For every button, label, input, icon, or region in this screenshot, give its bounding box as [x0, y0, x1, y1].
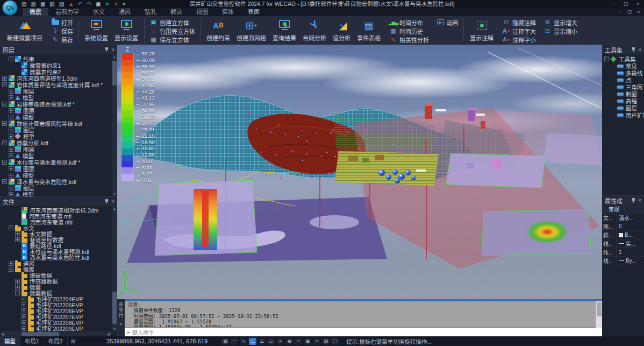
- layer-tree-item[interactable]: +模型: [0, 114, 112, 120]
- console-log[interactable]: 注意: 微震事件数量: 1328 时间范围: 2025-07-01 06:57:…: [125, 301, 602, 327]
- layer-tree-item[interactable]: −涌水量与突水危险性.kdf: [0, 178, 112, 185]
- layout-tab-0[interactable]: 模型: [0, 336, 20, 346]
- expander-icon[interactable]: +: [22, 320, 26, 325]
- expander-icon[interactable]: −: [9, 57, 13, 61]
- doc-minimize-button[interactable]: –: [616, 8, 625, 16]
- file-tree-item[interactable]: −微震数据: [0, 290, 112, 296]
- save-icon[interactable]: ▦: [40, 0, 45, 8]
- file-tree-item[interactable]: +毛坪矿202204EVP: [0, 296, 112, 302]
- event-table-button[interactable]: ▦事件表格: [354, 17, 384, 44]
- expander-icon[interactable]: +: [9, 173, 13, 178]
- property-row[interactable]: 线...1: [602, 248, 644, 257]
- file-tree-item[interactable]: +毛坪矿202206EVP: [0, 308, 112, 314]
- display-enlarge-button[interactable]: ⊞显示增大: [543, 18, 577, 26]
- pin-icon[interactable]: [632, 198, 635, 203]
- scroll-up-icon[interactable]: ▲: [112, 54, 117, 60]
- layer-tree-item[interactable]: +模型: [0, 152, 112, 159]
- transparency-toggle-icon[interactable]: ▨: [322, 338, 330, 345]
- command-input[interactable]: ▸ 键入命令: [125, 327, 602, 336]
- file-tree-item[interactable]: +通风: [0, 260, 112, 266]
- expander-icon[interactable]: +: [22, 326, 26, 331]
- expander-icon[interactable]: +: [9, 186, 13, 190]
- ribbon-tab-3[interactable]: 通风: [112, 8, 138, 16]
- console-scrollbar[interactable]: [596, 301, 602, 328]
- file-tree-item[interactable]: +毛坪矿202207EVP: [0, 314, 112, 320]
- toolbox-tree-item[interactable]: −工具集: [602, 55, 644, 62]
- dynamic-input-toggle-icon[interactable]: ▣: [304, 338, 311, 345]
- layer-tree-item[interactable]: 微震表约束2: [0, 68, 112, 75]
- ribbon-tab-2[interactable]: 水文: [86, 8, 112, 16]
- expander-icon[interactable]: +: [22, 302, 26, 307]
- property-row[interactable]: 颜...B...: [602, 231, 644, 239]
- expander-icon[interactable]: −: [15, 291, 20, 295]
- brand-a-icon[interactable]: ▲: [68, 0, 74, 8]
- show-annotation-button[interactable]: 显示注释: [467, 17, 497, 44]
- redo-icon[interactable]: ↷: [87, 0, 91, 8]
- console-close-icon[interactable]: ×: [119, 321, 122, 327]
- close-icon[interactable]: ×: [638, 45, 641, 54]
- display-settings-button[interactable]: 显示设置: [111, 17, 141, 44]
- file-tree-item[interactable]: +微震: [0, 284, 112, 290]
- ortho-toggle-icon[interactable]: ∟: [249, 338, 256, 345]
- expander-icon[interactable]: +: [9, 108, 13, 113]
- toolbox-tree-item[interactable]: 多段线: [602, 69, 644, 76]
- new-microseismic-project-button[interactable]: 新建微震项目: [4, 17, 46, 44]
- toolbox-tree-item[interactable]: 高程: [602, 97, 644, 104]
- osnap-toggle-icon[interactable]: ⌖: [276, 338, 284, 345]
- expander-icon[interactable]: +: [22, 296, 26, 301]
- ribbon-tab-4[interactable]: 钻孔: [138, 8, 163, 16]
- close-icon[interactable]: ×: [111, 197, 115, 206]
- ribbon-tab-1[interactable]: 岩石力学: [48, 8, 86, 16]
- annotation-font-larger-button[interactable]: A注释字大: [502, 27, 536, 35]
- lineweight-toggle-icon[interactable]: ≡: [313, 338, 320, 345]
- ribbon-tab-0[interactable]: 微震: [23, 8, 48, 16]
- expander-icon[interactable]: +: [9, 128, 13, 132]
- toolbar-more-icon[interactable]: ▾: [123, 0, 125, 8]
- app-logo[interactable]: Qx: [3, 1, 17, 15]
- toolbox-tree-item[interactable]: 图层: [602, 104, 644, 111]
- property-row[interactable]: 线...By...: [602, 257, 644, 265]
- ribbon-tab-8[interactable]: 表面: [241, 8, 267, 16]
- file-tree-item[interactable]: 河西河东巷道.mtl: [0, 213, 112, 219]
- layer-tree-item[interactable]: +图层: [0, 185, 112, 191]
- system-settings-button[interactable]: 系统设置: [81, 17, 111, 44]
- doc-close-button[interactable]: ×: [634, 8, 643, 16]
- expander-icon[interactable]: +: [15, 237, 20, 242]
- isometric-toggle-icon[interactable]: ▭: [267, 338, 275, 345]
- file-tree-item[interactable]: 河西河东巷道.obj: [0, 219, 112, 225]
- property-row[interactable]: 图...0: [602, 222, 644, 231]
- polar-toggle-icon[interactable]: ∠: [258, 338, 266, 345]
- layer-tree-item[interactable]: +图层: [0, 88, 112, 94]
- hide-annotation-button[interactable]: ∅隐藏注释: [502, 18, 536, 26]
- expander-icon[interactable]: −: [2, 140, 7, 145]
- osnap-3d-toggle-icon[interactable]: ◉: [285, 338, 293, 345]
- time-history-button[interactable]: ▦时间历史: [389, 27, 429, 35]
- collapse-icon[interactable]: −: [602, 207, 609, 211]
- expander-icon[interactable]: +: [9, 95, 13, 100]
- layer-tree-item[interactable]: +图层: [0, 126, 112, 133]
- expander-icon[interactable]: +: [9, 89, 13, 94]
- doc-restore-button[interactable]: ▢: [625, 8, 634, 16]
- expander-icon[interactable]: +: [9, 115, 13, 119]
- toolbox-tree-item[interactable]: 制图: [602, 90, 644, 97]
- viewcube-icon[interactable]: ▣: [96, 0, 101, 8]
- expander-icon[interactable]: +: [15, 279, 20, 284]
- tracking-toggle-icon[interactable]: +: [295, 338, 302, 345]
- value-analysis-button[interactable]: ◢∿值分析: [330, 17, 354, 44]
- expander-icon[interactable]: −: [9, 267, 13, 272]
- pin-icon[interactable]: [105, 47, 109, 53]
- ribbon-tab-6[interactable]: 视图: [189, 8, 215, 16]
- expander-icon[interactable]: +: [9, 147, 13, 152]
- display-shrink-button[interactable]: ⊟显示缩小: [543, 27, 577, 35]
- files-scrollbar[interactable]: ▲ ▼: [112, 206, 117, 331]
- file-tree-item[interactable]: +毛坪矿202209EVP: [0, 326, 112, 331]
- toolbox-tree-item[interactable]: 三角网: [602, 83, 644, 90]
- expander-icon[interactable]: +: [9, 166, 13, 171]
- ribbon-tab-7[interactable]: 实体: [215, 8, 241, 16]
- viewport-3d[interactable]: Z 63.2660.0956.9353.7750.6147.4444.2841.…: [117, 45, 602, 299]
- expander-icon[interactable]: +: [22, 308, 26, 313]
- save-as-icon[interactable]: ▧: [49, 0, 54, 8]
- file-tree-item[interactable]: +巷道坐标数据: [0, 237, 112, 243]
- file-tree-item[interactable]: +毛坪矿202205EVP: [0, 302, 112, 308]
- expander-icon[interactable]: +: [9, 134, 13, 139]
